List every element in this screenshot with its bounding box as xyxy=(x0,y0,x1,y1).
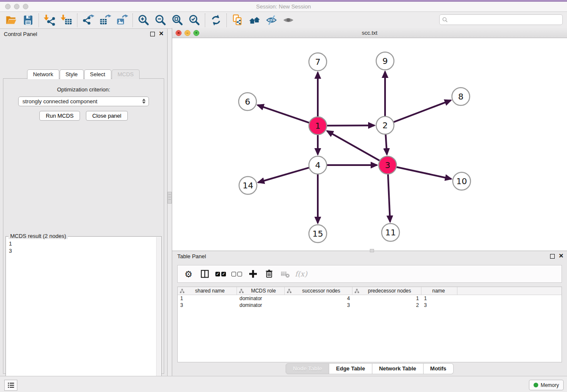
save-session-button[interactable] xyxy=(19,13,36,28)
zoom-in-icon xyxy=(138,14,150,26)
graph-edge-3-11 xyxy=(388,174,390,222)
clear-all-columns-button[interactable] xyxy=(230,267,243,281)
table-toolbar: ⚙ ✓✓ f(x) xyxy=(177,265,562,283)
optimization-criterion-label: Optimization criterion: xyxy=(3,86,164,93)
first-neighbors-button[interactable] xyxy=(246,13,263,28)
export-network-button[interactable] xyxy=(80,13,96,28)
toolbar-separator xyxy=(205,14,205,27)
panel-splitter-grip[interactable] xyxy=(168,192,172,204)
graph-node-4: 4 xyxy=(309,156,327,174)
graph-edge-3-10 xyxy=(396,167,451,179)
app-titlebar: Session: New Session xyxy=(0,2,567,12)
control-panel-header: Control Panel ✕ xyxy=(0,29,167,40)
criterion-select[interactable]: strongly connected component xyxy=(18,97,149,106)
zoom-out-button[interactable] xyxy=(152,13,169,28)
tab-motifs[interactable]: Motifs xyxy=(424,363,454,374)
table-row[interactable]: 1 dominator 4 1 1 xyxy=(178,295,561,302)
result-scrollbar[interactable] xyxy=(156,237,161,392)
close-panel-button[interactable]: Close panel xyxy=(86,111,128,121)
tab-select[interactable]: Select xyxy=(84,69,111,79)
float-panel-icon[interactable] xyxy=(150,32,155,36)
svg-text:1: 1 xyxy=(315,121,321,131)
zoom-fit-button[interactable] xyxy=(169,13,186,28)
table-cell: 3 xyxy=(421,302,457,309)
refresh-layout-button[interactable] xyxy=(207,13,224,28)
table-row[interactable]: 3 dominator 3 2 3 xyxy=(178,302,561,309)
list-icon xyxy=(7,381,15,389)
tab-style[interactable]: Style xyxy=(60,69,84,79)
add-column-button[interactable] xyxy=(246,267,259,281)
column-layout-button[interactable] xyxy=(198,267,211,281)
tab-edge-table[interactable]: Edge Table xyxy=(329,363,372,374)
zoom-in-button[interactable] xyxy=(135,13,152,28)
graph-node-14: 14 xyxy=(239,177,257,194)
open-file-button[interactable] xyxy=(3,13,19,28)
float-table-panel-icon[interactable] xyxy=(550,254,555,259)
tree-icon xyxy=(355,289,359,293)
zoom-out-icon xyxy=(154,14,167,26)
run-mcds-button[interactable]: Run MCDS xyxy=(39,111,80,121)
table-cell: 3 xyxy=(285,302,352,309)
tab-mcds[interactable]: MCDS xyxy=(112,69,140,79)
mcds-result-box: MCDS result (2 nodes) 1 3 xyxy=(6,236,162,392)
network-graph[interactable]: 1234678910111415 xyxy=(172,38,567,251)
graph-node-15: 15 xyxy=(309,225,327,243)
task-history-button[interactable] xyxy=(4,380,17,391)
column-header-successor-nodes[interactable]: successor nodes xyxy=(285,287,352,295)
close-panel-icon[interactable]: ✕ xyxy=(159,30,164,36)
mcds-result-text[interactable]: 1 3 xyxy=(6,237,161,254)
fx-icon: f(x) xyxy=(295,270,307,278)
select-all-columns-button[interactable]: ✓✓ xyxy=(214,267,227,281)
import-table-icon xyxy=(61,14,73,26)
table-cell: 1 xyxy=(352,295,421,302)
import-network-button[interactable] xyxy=(41,13,58,28)
search-icon xyxy=(442,17,449,23)
graph-edge-3-1 xyxy=(327,131,380,160)
column-header-predecessor-nodes[interactable]: predecessor nodes xyxy=(352,287,421,295)
export-image-button[interactable] xyxy=(113,13,130,28)
delete-table-button-disabled xyxy=(278,267,292,281)
memory-button[interactable]: Memory xyxy=(529,380,564,390)
plus-icon xyxy=(248,269,258,279)
network-window: ✕ − + scc.txt 1234678910111415 xyxy=(172,28,567,251)
table-settings-button[interactable]: ⚙ xyxy=(182,267,195,281)
graph-edge-2-3 xyxy=(385,134,387,155)
import-network-icon xyxy=(44,14,56,26)
column-header-shared-name[interactable]: shared name xyxy=(178,287,237,295)
tab-node-table[interactable]: Node Table xyxy=(286,363,329,374)
delete-column-button[interactable] xyxy=(262,267,275,281)
network-canvas: 1234678910111415 xyxy=(172,38,567,251)
control-panel: Control Panel ✕ Network Style Select MCD… xyxy=(0,29,168,376)
table-panel: Table Panel ✕ ⚙ ✓✓ f(x) xyxy=(172,251,567,376)
tree-icon xyxy=(287,289,292,293)
graph-node-1: 1 xyxy=(309,117,327,135)
open-folder-icon xyxy=(5,14,17,26)
table-cell: 1 xyxy=(421,295,457,302)
svg-text:3: 3 xyxy=(385,160,391,170)
tab-network[interactable]: Network xyxy=(27,69,59,79)
main-toolbar xyxy=(0,12,567,29)
zoom-selected-button[interactable] xyxy=(186,13,203,28)
hide-graphics-button[interactable] xyxy=(263,13,280,28)
column-header-mcds-role[interactable]: MCDS role xyxy=(237,287,285,295)
graph-edge-1-2 xyxy=(327,125,374,126)
svg-text:6: 6 xyxy=(245,97,250,107)
show-graphics-button[interactable] xyxy=(280,13,297,28)
tab-network-table[interactable]: Network Table xyxy=(372,363,424,374)
close-table-panel-icon[interactable]: ✕ xyxy=(559,253,564,259)
zoom-selected-icon xyxy=(188,14,201,26)
export-table-button[interactable] xyxy=(96,13,113,28)
import-table-button[interactable] xyxy=(58,13,75,28)
app-title: Session: New Session xyxy=(0,3,567,10)
network-window-titlebar[interactable]: ✕ − + scc.txt xyxy=(172,28,567,38)
graph-edge-4-14 xyxy=(258,168,309,182)
svg-text:7: 7 xyxy=(315,57,321,67)
svg-text:8: 8 xyxy=(458,91,464,102)
graph-node-9: 9 xyxy=(376,52,394,70)
toolbar-separator xyxy=(132,14,133,27)
search-input[interactable] xyxy=(449,16,562,24)
column-header-name[interactable]: name xyxy=(421,287,457,295)
copy-network-button[interactable] xyxy=(229,13,246,28)
memory-label: Memory xyxy=(541,382,559,388)
toolbar-separator xyxy=(39,14,39,27)
